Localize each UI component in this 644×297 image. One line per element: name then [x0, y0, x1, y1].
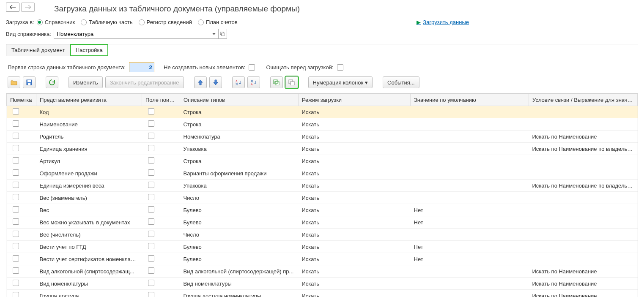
no-new-elements-checkbox[interactable] — [249, 64, 255, 71]
mark-checkbox[interactable] — [13, 267, 19, 274]
tab-tabular-document[interactable]: Табличный документ — [6, 44, 71, 56]
nav-forward-button[interactable] — [21, 3, 35, 12]
radio-directory[interactable]: Справочник — [37, 19, 75, 25]
move-down-button[interactable] — [209, 76, 222, 88]
col-header-type[interactable]: Описание типов — [180, 94, 299, 106]
mark-checkbox[interactable] — [13, 243, 19, 249]
search-checkbox[interactable] — [148, 280, 154, 286]
load-data-link[interactable]: ▶ Загрузить данные — [417, 19, 469, 25]
cell-default — [411, 118, 529, 131]
cell-repr: Родитель — [36, 131, 142, 143]
mark-checkbox[interactable] — [13, 169, 19, 176]
mark-checkbox[interactable] — [13, 292, 19, 297]
search-checkbox[interactable] — [148, 243, 154, 249]
dictionary-type-input[interactable] — [54, 29, 210, 39]
play-icon: ▶ — [417, 19, 421, 25]
table-row[interactable]: АртикулСтрокаИскать — [7, 155, 638, 167]
mark-checkbox[interactable] — [13, 218, 19, 225]
search-checkbox[interactable] — [148, 292, 154, 297]
search-checkbox[interactable] — [148, 120, 154, 127]
events-button[interactable]: События... — [383, 76, 419, 88]
col-header-cond[interactable]: Условие связи / Выражение для значения — [529, 94, 638, 106]
col-header-search[interactable]: Поле поиска — [142, 94, 180, 106]
table-row[interactable]: Вес можно указывать в документахБулевоИс… — [7, 216, 638, 229]
open-file-button[interactable] — [8, 76, 20, 88]
search-checkbox[interactable] — [148, 133, 154, 139]
table-row[interactable]: Вид алкогольной (спиртосодержащ...Вид ал… — [7, 265, 638, 278]
sort-desc-button[interactable]: ЯА — [247, 76, 260, 88]
table-row[interactable]: Единица измерения весаУпаковкаИскатьИска… — [7, 180, 638, 192]
sort-asc-icon: АЯ — [236, 79, 241, 85]
mark-checkbox[interactable] — [13, 157, 19, 163]
search-checkbox[interactable] — [148, 157, 154, 163]
uncheck-all-button[interactable] — [285, 76, 298, 88]
search-checkbox[interactable] — [148, 169, 154, 176]
cell-mode: Искать — [299, 131, 411, 143]
table-row[interactable]: Вес (знаменатель)ЧислоИскать — [7, 192, 638, 204]
mark-checkbox[interactable] — [13, 133, 19, 139]
table-row[interactable]: Оформление продажиВарианты оформления пр… — [7, 167, 638, 180]
table-row[interactable]: Вести учет по ГТДБулевоИскатьНет — [7, 241, 638, 253]
radio-icon — [81, 19, 87, 25]
refresh-button[interactable] — [46, 76, 58, 88]
tab-settings[interactable]: Настройка — [70, 44, 108, 56]
search-checkbox[interactable] — [148, 231, 154, 237]
edit-button[interactable]: Изменить — [69, 76, 103, 88]
check-all-button[interactable] — [270, 76, 283, 88]
table-row[interactable]: НаименованиеСтрокаИскать — [7, 118, 638, 131]
column-numbering-button[interactable]: Нумерация колонок ▾ — [308, 76, 373, 88]
search-checkbox[interactable] — [148, 255, 154, 262]
radio-icon — [198, 19, 204, 25]
search-checkbox[interactable] — [148, 108, 154, 114]
cell-type: Номенклатура — [180, 131, 299, 143]
cell-cond — [529, 253, 638, 265]
table-row[interactable]: КодСтрокаИскать — [7, 106, 638, 118]
first-row-input[interactable] — [129, 62, 154, 72]
cell-cond — [529, 204, 638, 216]
mark-checkbox[interactable] — [13, 255, 19, 262]
radio-tabular-part[interactable]: Табличную часть — [81, 19, 132, 25]
search-checkbox[interactable] — [148, 182, 154, 188]
sort-asc-button[interactable]: АЯ — [232, 76, 245, 88]
table-row[interactable]: Вес (числитель)ЧислоИскать — [7, 229, 638, 241]
mark-checkbox[interactable] — [13, 145, 19, 151]
svg-text:Я: Я — [236, 83, 238, 85]
table-row[interactable]: Вид номенклатурыВид номенклатурыИскатьИс… — [7, 278, 638, 290]
clear-before-load-checkbox[interactable] — [337, 64, 343, 71]
table-row[interactable]: ВесБулевоИскатьНет — [7, 204, 638, 216]
move-up-button[interactable] — [194, 76, 207, 88]
table-row[interactable]: Группа доступаГруппа доступа номенклатур… — [7, 290, 638, 297]
dictionary-open-button[interactable] — [219, 29, 227, 39]
mark-checkbox[interactable] — [13, 206, 19, 213]
cell-type: Упаковка — [180, 180, 299, 192]
col-header-default[interactable]: Значение по умолчанию — [411, 94, 529, 106]
radio-label: Справочник — [45, 19, 75, 25]
mark-checkbox[interactable] — [13, 231, 19, 237]
col-header-mark[interactable]: Пометка — [7, 94, 36, 106]
table-row[interactable]: Единица храненияУпаковкаИскатьИскать по … — [7, 143, 638, 155]
search-checkbox[interactable] — [148, 145, 154, 151]
search-checkbox[interactable] — [148, 218, 154, 225]
save-button[interactable] — [23, 76, 36, 88]
cell-mode: Искать — [299, 216, 411, 229]
dictionary-dropdown-button[interactable] — [210, 29, 219, 39]
cell-type: Упаковка — [180, 143, 299, 155]
page-title: Загрузка данных из табличного документа … — [6, 3, 638, 17]
tab-label: Настройка — [76, 47, 103, 53]
table-row[interactable]: Вести учет сертификатов номенклату...Бул… — [7, 253, 638, 265]
table-row[interactable]: РодительНоменклатураИскатьИскать по Наим… — [7, 131, 638, 143]
search-checkbox[interactable] — [148, 267, 154, 274]
mark-checkbox[interactable] — [13, 280, 19, 286]
mark-checkbox[interactable] — [13, 194, 19, 200]
col-header-repr[interactable]: Представление реквизита — [36, 94, 142, 106]
search-checkbox[interactable] — [148, 206, 154, 213]
arrow-up-icon — [198, 79, 203, 85]
mark-checkbox[interactable] — [13, 120, 19, 127]
radio-chart-accounts[interactable]: План счетов — [198, 19, 238, 25]
nav-back-button[interactable] — [6, 3, 19, 12]
col-header-mode[interactable]: Режим загрузки — [299, 94, 411, 106]
search-checkbox[interactable] — [148, 194, 154, 200]
mark-checkbox[interactable] — [13, 182, 19, 188]
mark-checkbox[interactable] — [13, 108, 19, 114]
radio-info-register[interactable]: Регистр сведений — [139, 19, 192, 25]
